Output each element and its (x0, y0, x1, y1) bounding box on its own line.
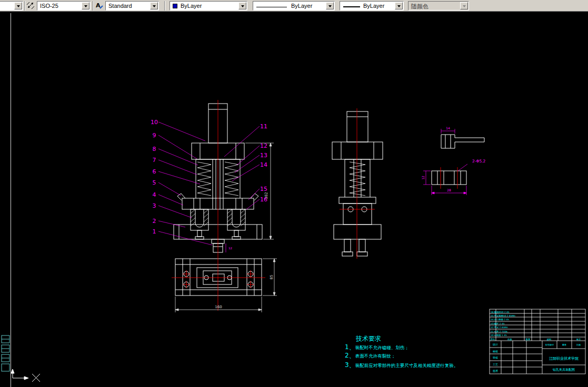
centerlines (172, 100, 457, 311)
tech-requirements: 技术要求 1、装配时不允许磕碰、划伤； 2、表面不允许有裂纹； 3、装配前应对零… (345, 335, 458, 369)
chevron-down-icon[interactable] (82, 2, 89, 9)
callout-number: 1 (153, 228, 156, 235)
callout-number: 10 (151, 119, 158, 126)
drawing-canvas[interactable]: 182 160 85 10 9 8 7 6 5 4 3 2 1 11 12 1 (0, 0, 588, 387)
callout-number: 9 (153, 132, 156, 139)
svg-text:数量: 数量 (526, 338, 531, 341)
tech-title: 技术要求 (355, 335, 381, 342)
svg-text:比例: 比例 (576, 343, 581, 347)
svg-text:审核: 审核 (493, 356, 498, 359)
detail-clamp-view (441, 135, 484, 148)
title-block-drawing-title: 钻孔夹具装配图 (552, 368, 575, 372)
dim-clamp-len: 14 (446, 126, 450, 130)
dim-detail-height: 12 (421, 176, 425, 180)
dimension-texts-white: 182 160 85 (215, 192, 274, 309)
dim-stub: 12 (228, 247, 232, 250)
callout-number: 14 (260, 161, 267, 168)
svg-text:14 开口垫圈 2 45: 14 开口垫圈 2 45 (491, 318, 509, 321)
chevron-down-icon[interactable] (395, 2, 403, 9)
side-view (332, 111, 383, 256)
callout-number: 2 (153, 218, 156, 225)
linetype-value: ByLayer (291, 3, 312, 9)
dim-plan-width: 160 (215, 305, 222, 309)
chevron-down-icon[interactable] (14, 2, 22, 9)
callout-number: 12 (260, 142, 267, 149)
properties-toolbar: ISO-25 A Standard ByLayer ByLayer ByLaye… (0, 0, 588, 12)
svg-text:11 钻套 2 T10A: 11 钻套 2 T10A (491, 330, 507, 333)
text-style-value: Standard (108, 3, 132, 9)
linetype-sample-icon (256, 7, 287, 7)
dim-plan-depth: 85 (270, 275, 274, 280)
callout-leaders (158, 122, 467, 245)
svg-text:设计: 设计 (492, 343, 498, 346)
svg-text:校核: 校核 (492, 350, 498, 353)
callout-number: 7 (153, 157, 156, 164)
svg-text:备注: 备注 (576, 338, 581, 341)
lineweight-combo[interactable]: ByLayer (340, 1, 404, 11)
callout-number: 4 (153, 191, 156, 198)
callout-number: 16 (260, 196, 267, 203)
dim-detail-width: 28 (447, 188, 451, 192)
toolbar-separator (93, 1, 94, 11)
callout-number: 3 (153, 202, 156, 209)
sheet-edge-strip (2, 335, 9, 371)
dim-style-value: ISO-25 (40, 3, 58, 9)
dim-style-combo[interactable]: ISO-25 (37, 1, 91, 11)
dim-hole-note: 2-Φ5.2 (472, 159, 486, 164)
chevron-down-icon (460, 2, 468, 9)
toolbar-separator (24, 1, 25, 11)
svg-text:1、装配时不允许磕碰、划伤；: 1、装配时不允许磕碰、划伤； (345, 343, 409, 351)
color-value: ByLayer (181, 3, 202, 9)
callout-number: 8 (153, 146, 156, 152)
svg-text:10 钻模板 1 45: 10 钻模板 1 45 (491, 334, 507, 337)
plan-view (175, 259, 262, 296)
callout-number: 5 (153, 179, 156, 186)
ucs-icon (11, 369, 28, 380)
chevron-down-icon[interactable] (150, 2, 158, 9)
chevron-down-icon[interactable] (326, 2, 334, 9)
chevron-down-icon[interactable] (238, 2, 246, 9)
color-combo[interactable]: ByLayer (170, 1, 247, 11)
svg-text:名称: 名称 (507, 338, 512, 341)
callout-numbers: 10 9 8 7 6 5 4 3 2 1 11 12 13 14 15 16 (151, 119, 267, 235)
title-block-text: 16 螺母M10 2 45 15 弹簧垫圈10 2 65Mn 14 开口垫圈 2… (491, 311, 581, 373)
svg-text:工艺: 工艺 (493, 363, 498, 366)
text-style-icon[interactable]: A (95, 1, 104, 11)
svg-text:2、表面不允许有裂纹；: 2、表面不允许有裂纹； (345, 352, 395, 359)
plot-style-combo: 随颜色 (408, 1, 469, 11)
linetype-combo[interactable]: ByLayer (253, 1, 335, 11)
plot-style-value: 随颜色 (411, 3, 428, 11)
callout-number: 11 (260, 123, 267, 130)
crosshair-cursor[interactable] (32, 374, 40, 382)
callout-number: 15 (260, 186, 267, 192)
text-style-combo[interactable]: Standard (105, 1, 159, 11)
lineweight-sample-icon (343, 6, 360, 7)
clipped-combo[interactable] (0, 1, 23, 11)
toolbar-separator (164, 1, 165, 11)
detail-plate-view (432, 171, 466, 185)
color-swatch (173, 4, 177, 8)
svg-text:重量: 重量 (562, 343, 566, 346)
lineweight-value: ByLayer (363, 3, 384, 9)
callout-number: 6 (153, 168, 156, 175)
svg-text:批准: 批准 (493, 369, 498, 373)
callout-number: 13 (260, 152, 267, 159)
title-block-school: 江阴职业技术学院 (549, 357, 579, 361)
svg-text:15 弹簧垫圈10 2 65Mn: 15 弹簧垫圈10 2 65Mn (491, 314, 515, 317)
dim-style-icon[interactable] (26, 1, 36, 11)
svg-text:阶段标记: 阶段标记 (545, 343, 554, 347)
svg-text:12 弹簧 2 65Mn: 12 弹簧 2 65Mn (491, 326, 508, 329)
svg-text:3、装配前应对零部件的主要尺寸及相关精度进行复验。: 3、装配前应对零部件的主要尺寸及相关精度进行复验。 (345, 361, 458, 369)
